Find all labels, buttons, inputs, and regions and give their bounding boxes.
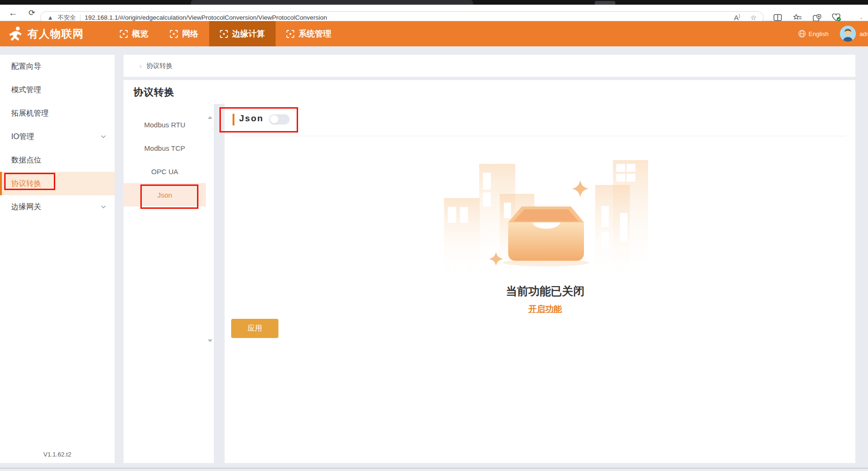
- sidebar: 配置向导 模式管理 拓展机管理 IO管理 数据点位 协议转换 边缘网关 V1.1…: [0, 55, 115, 463]
- tab-label: Json: [157, 191, 172, 199]
- sidebar-item-label: 配置向导: [11, 62, 41, 72]
- chevron-down-icon: [101, 134, 106, 140]
- viewfinder-icon: [120, 30, 128, 38]
- nav-right: English adm: [798, 21, 868, 46]
- protocol-tab-panel: Modbus RTU Modbus TCP OPC UA Json: [124, 104, 214, 463]
- empty-state-illustration: [438, 157, 650, 281]
- brand-logo-icon: [8, 26, 23, 41]
- refresh-icon[interactable]: ⟳: [24, 5, 39, 21]
- tab-json[interactable]: Json: [124, 183, 206, 206]
- main-nav: 有人物联网 概览 网络 边缘计算 系统管理 English: [0, 21, 868, 46]
- avatar[interactable]: [840, 26, 856, 42]
- header-accent-bar: [233, 114, 234, 125]
- viewfinder-icon: [170, 30, 178, 38]
- viewfinder-icon: [286, 30, 294, 38]
- scroll-down-icon[interactable]: [208, 339, 212, 342]
- sidebar-item-label: 边缘网关: [11, 202, 41, 212]
- tab-label: Modbus RTU: [144, 121, 185, 129]
- read-aloud-icon[interactable]: A): [734, 14, 740, 22]
- toggle-knob: [270, 115, 278, 124]
- security-label: 不安全: [58, 14, 76, 22]
- nav-item-edge-computing[interactable]: 边缘计算: [209, 21, 276, 46]
- apply-button[interactable]: 应用: [231, 319, 278, 338]
- json-enable-toggle[interactable]: [269, 114, 290, 125]
- not-secure-warning-icon: ▲: [47, 14, 53, 21]
- sidebar-item-label: 数据点位: [11, 155, 41, 165]
- window-bottom-edge: [0, 468, 868, 469]
- protocol-tab-list: Modbus RTU Modbus TCP OPC UA Json: [124, 104, 206, 206]
- viewfinder-icon: [220, 30, 228, 38]
- panel-gap: [214, 104, 225, 345]
- empty-state-title: 当前功能已关闭: [452, 284, 639, 299]
- header-divider: [233, 136, 846, 136]
- back-icon[interactable]: ←: [6, 5, 21, 21]
- username[interactable]: adm: [860, 30, 868, 37]
- scroll-up-icon[interactable]: [208, 116, 212, 119]
- tab-scrollbar: [206, 104, 214, 463]
- chevron-down-icon: [101, 204, 106, 210]
- nav-item-label: 边缘计算: [232, 28, 265, 39]
- tab-modbus-tcp[interactable]: Modbus TCP: [124, 136, 206, 160]
- sidebar-item-label: IO管理: [11, 132, 34, 142]
- language-switch[interactable]: English: [809, 30, 829, 37]
- nav-item-system-management[interactable]: 系统管理: [276, 21, 342, 46]
- sidebar-item-mode-management[interactable]: 模式管理: [0, 78, 115, 102]
- browser-tab[interactable]: [191, 0, 473, 5]
- breadcrumb-current[interactable]: 协议转换: [146, 62, 173, 70]
- nav-item-label: 网络: [182, 28, 198, 39]
- breadcrumb: › 协议转换: [124, 55, 855, 77]
- tab-modbus-rtu[interactable]: Modbus RTU: [124, 113, 206, 136]
- json-content-panel: Json: [225, 104, 855, 463]
- tab-label: Modbus TCP: [144, 144, 185, 152]
- json-header-label: Json: [239, 113, 263, 124]
- sidebar-item-io-management[interactable]: IO管理: [0, 125, 115, 148]
- tab-opc-ua[interactable]: OPC UA: [124, 160, 206, 183]
- sidebar-item-expansion-management[interactable]: 拓展机管理: [0, 102, 115, 125]
- nav-item-label: 概览: [132, 28, 148, 39]
- sidebar-item-protocol-conversion[interactable]: 协议转换: [0, 172, 115, 195]
- favorite-star-icon[interactable]: ☆: [751, 14, 757, 22]
- browser-tab-small[interactable]: [595, 1, 615, 5]
- enable-feature-link[interactable]: 开启功能: [528, 304, 562, 314]
- brand-name: 有人物联网: [28, 27, 84, 41]
- sidebar-item-config-wizard[interactable]: 配置向导: [0, 55, 115, 78]
- page-title: 协议转换: [133, 86, 175, 99]
- address-bar-divider: [80, 15, 80, 21]
- sidebar-item-label: 协议转换: [11, 179, 41, 189]
- url-text: 192.168.1.1/#/origin/edgecalculation/Vie…: [85, 14, 730, 21]
- brand[interactable]: 有人物联网: [0, 26, 84, 41]
- globe-icon: [798, 30, 806, 37]
- nav-item-network[interactable]: 网络: [159, 21, 209, 46]
- screen: ← ⟳ ▲ 不安全 192.168.1.1/#/origin/edgecalcu…: [0, 0, 868, 471]
- tab-label: OPC UA: [151, 168, 178, 176]
- nav-menu: 概览 网络 边缘计算 系统管理: [109, 21, 342, 46]
- firmware-version: V1.1.62.t2: [0, 451, 115, 458]
- browser-tab-bar: [0, 0, 868, 5]
- browser-toolbar: ← ⟳ ▲ 不安全 192.168.1.1/#/origin/edgecalcu…: [0, 5, 868, 21]
- sidebar-item-data-points[interactable]: 数据点位: [0, 148, 115, 172]
- nav-item-overview[interactable]: 概览: [109, 21, 159, 46]
- breadcrumb-chevron-icon: ›: [139, 62, 142, 70]
- sidebar-item-edge-gateway[interactable]: 边缘网关: [0, 195, 115, 219]
- title-bar: 协议转换: [124, 80, 855, 104]
- sidebar-item-label: 模式管理: [11, 85, 41, 95]
- nav-item-label: 系统管理: [299, 28, 331, 39]
- sidebar-item-label: 拓展机管理: [11, 109, 49, 118]
